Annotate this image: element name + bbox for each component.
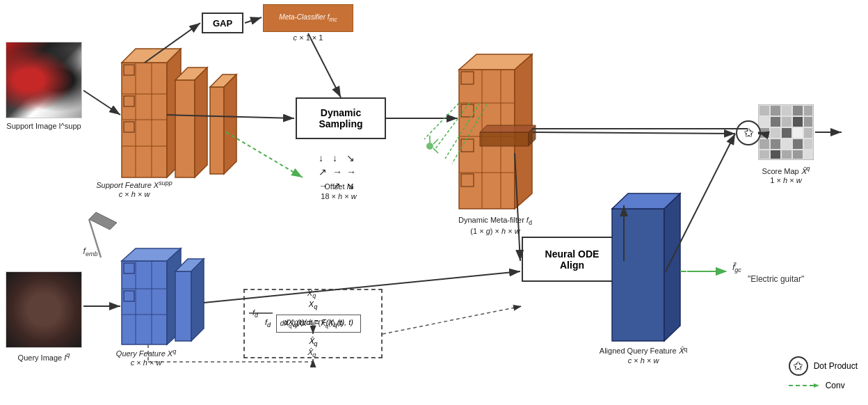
svg-line-85 [226,132,303,177]
svg-text:X̂q: X̂q [307,347,316,358]
svg-marker-71 [480,132,529,146]
svg-text:↗: ↗ [319,166,327,177]
main-diagram-svg: Support Feature Xsupp c × h × w Query Fe… [0,0,868,405]
svg-line-79 [83,90,120,115]
svg-text:↓: ↓ [332,152,337,164]
svg-line-87 [424,103,459,139]
conv-legend-arrow [789,380,820,391]
svg-point-91 [426,143,433,150]
svg-text:Support Feature Xsupp: Support Feature Xsupp [96,180,172,189]
svg-line-83 [308,33,341,97]
svg-text:"Electric guitar": "Electric guitar" [748,274,804,284]
svg-text:↗: ↗ [332,180,341,191]
svg-text:c × h × w: c × h × w [131,358,163,367]
conv-legend: Conv [789,380,858,391]
svg-text:↘: ↘ [346,152,355,164]
svg-text:↓: ↓ [319,152,323,164]
svg-text:Xq: Xq [307,289,316,299]
svg-line-99 [533,132,735,134]
svg-marker-76 [664,193,680,341]
svg-marker-77 [89,212,117,230]
dot-product-legend: ✩ Dot Product [789,356,858,376]
svg-text:c × h × w: c × h × w [628,356,660,365]
svg-text:femb: femb [83,246,98,257]
svg-marker-56 [175,271,191,341]
svg-text:Aligned Query Feature X̂q: Aligned Query Feature X̂q [600,346,687,355]
svg-text:Dynamic Meta-filter fd: Dynamic Meta-filter fd [458,216,532,226]
diagram: Support Image I^supp Query Image Iq GAP … [0,0,868,405]
svg-text:→: → [346,166,356,177]
svg-marker-140 [814,383,819,388]
svg-marker-41 [175,80,195,177]
svg-line-82 [245,17,262,23]
svg-text:→: → [332,166,342,177]
svg-marker-43 [195,68,207,177]
svg-text:dXq(t)/dt = F(Xq(t), t): dXq(t)/dt = F(Xq(t), t) [280,319,343,329]
svg-text:→: → [319,180,328,191]
legend: ✩ Dot Product Conv [789,356,858,391]
svg-marker-58 [191,259,204,341]
svg-line-94 [433,148,438,153]
svg-text:(1 × g) × h × w: (1 × g) × h × w [470,227,520,235]
svg-line-93 [433,139,438,144]
svg-marker-74 [612,209,664,341]
svg-text:Query Feature Xq: Query Feature Xq [116,348,176,358]
svg-text:f̃gc: f̃gc [732,262,741,273]
svg-text:fd: fd [252,308,259,319]
svg-text:c × h × w: c × h × w [119,190,151,198]
svg-text:18 × h × w: 18 × h × w [321,192,357,200]
svg-marker-72 [480,125,536,132]
svg-line-106 [383,306,522,334]
svg-text:↘: ↘ [346,180,355,191]
legend-star-symbol: ✩ [789,356,808,376]
svg-marker-44 [210,87,224,174]
svg-marker-46 [224,74,236,174]
svg-line-96 [204,271,520,303]
